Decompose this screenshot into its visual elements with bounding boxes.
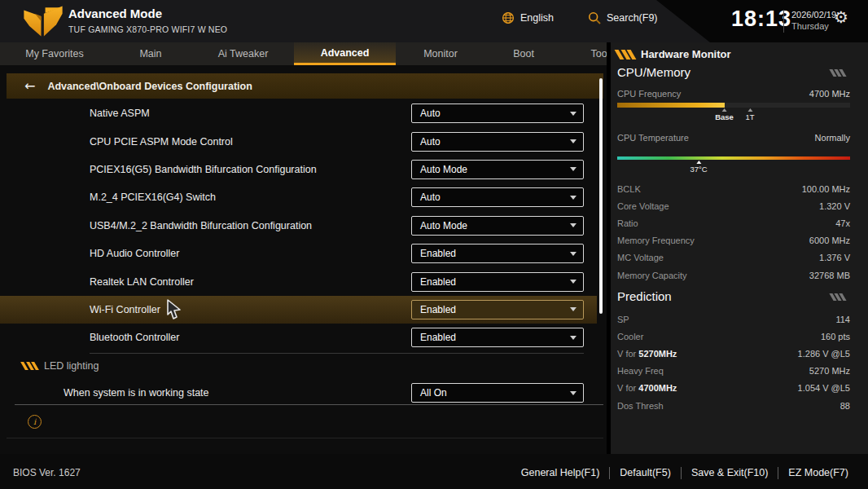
- chevron-down-icon: [570, 167, 576, 171]
- dropdown-m2-4-switch[interactable]: Auto: [411, 187, 584, 207]
- section-divider: [90, 353, 584, 354]
- general-help-button[interactable]: General Help(F1): [521, 467, 600, 478]
- setting-row-hd-audio[interactable]: HD Audio Controller Enabled: [0, 240, 607, 267]
- setting-row-led-working-state[interactable]: When system is in working state All On: [0, 379, 607, 407]
- dropdown-value: Enabled: [420, 276, 456, 288]
- stat-row-core-voltage: Core Voltage 1.320 V: [617, 197, 850, 214]
- dropdown-bluetooth[interactable]: Enabled: [411, 328, 584, 347]
- setting-row-wifi[interactable]: Wi-Fi Controller Enabled: [0, 296, 597, 324]
- save-exit-button[interactable]: Save & Exit(F10): [691, 467, 768, 478]
- dropdown-value: Enabled: [420, 332, 456, 343]
- prediction-title: Prediction: [617, 289, 672, 303]
- dropdown-value: Auto Mode: [420, 220, 467, 231]
- setting-row-m2-4-switch[interactable]: M.2_4 PCIEX16(G4) Switch Auto: [0, 183, 607, 211]
- clock-time: 18:13: [731, 7, 791, 32]
- setting-row-usb4-bifurcation[interactable]: USB4/M.2_2 Bandwidth Bifurcation Configu…: [0, 212, 607, 240]
- mouse-cursor: [165, 299, 183, 320]
- cpu-temperature-value: Normally: [815, 133, 850, 143]
- breadcrumb[interactable]: ← Advanced\Onboard Devices Configuration: [7, 73, 603, 99]
- chevron-down-icon: [570, 223, 576, 227]
- mode-title: Advanced Mode: [68, 7, 162, 20]
- hazard-stripes-icon: [23, 362, 37, 370]
- ez-mode-button[interactable]: EZ Mode(F7): [788, 467, 848, 478]
- tab-advanced[interactable]: Advanced: [294, 42, 396, 65]
- search-label: Search(F9): [607, 12, 658, 24]
- setting-row-native-aspm[interactable]: Native ASPM Auto: [0, 99, 607, 127]
- stat-row-memory-frequency: Memory Frequency 6000 MHz: [617, 232, 850, 249]
- base-marker: Base: [715, 108, 734, 121]
- stat-row-ratio: Ratio 47x: [617, 214, 850, 231]
- dropdown-cpu-pcie-aspm[interactable]: Auto: [411, 132, 584, 152]
- settings-list: Native ASPM Auto CPU PCIE ASPM Mode Cont…: [0, 99, 607, 352]
- stat-row-bclk: BCLK 100.00 MHz: [617, 180, 850, 197]
- tab-tool[interactable]: Tool: [562, 42, 607, 65]
- setting-row-realtek-lan[interactable]: Realtek LAN Controller Enabled: [0, 267, 607, 295]
- chevron-down-icon: [570, 112, 576, 116]
- hardware-monitor-panel: Hardware Monitor CPU/Memory CPU Frequenc…: [611, 42, 868, 454]
- tab-main[interactable]: Main: [109, 42, 192, 65]
- default-button[interactable]: Default(F5): [620, 467, 671, 478]
- chevron-down-icon: [570, 336, 576, 340]
- search-button[interactable]: Search(F9): [588, 11, 658, 24]
- footer-bar: BIOS Ver. 1627 General Help(F1) Default(…: [0, 454, 868, 489]
- footer-separator: [681, 467, 682, 479]
- dropdown-usb4-bifurcation[interactable]: Auto Mode: [411, 216, 584, 236]
- hardware-monitor-header: Hardware Monitor: [617, 48, 731, 60]
- search-icon: [588, 11, 601, 24]
- footer-actions: General Help(F1) Default(F5) Save & Exit…: [521, 454, 848, 489]
- setting-label: When system is in working state: [64, 387, 209, 399]
- setting-label: USB4/M.2_2 Bandwidth Bifurcation Configu…: [90, 220, 312, 231]
- marker-triangle-icon: [747, 108, 752, 112]
- led-section-title: LED lighting: [44, 360, 99, 372]
- hardware-monitor-title: Hardware Monitor: [641, 48, 731, 60]
- footer-separator: [778, 467, 778, 479]
- setting-label: Native ASPM: [90, 108, 150, 119]
- bios-version: BIOS Ver. 1627: [13, 467, 81, 478]
- cpu-temperature-bar: 37°C: [617, 156, 850, 160]
- setting-label: PCIEX16(G5) Bandwidth Bifurcation Config…: [90, 164, 317, 175]
- stat-row-v-for-4700: V for 4700MHz 1.054 V @L5: [617, 380, 850, 397]
- one-t-marker: 1T: [745, 108, 754, 121]
- corner-stripes-icon: [831, 293, 844, 301]
- clock-weekday: Thursday: [791, 21, 829, 31]
- dropdown-led-working-state[interactable]: All On: [411, 383, 584, 403]
- stat-row-memory-capacity: Memory Capacity 32768 MB: [617, 267, 850, 284]
- chevron-down-icon: [570, 252, 576, 256]
- cpu-memory-stats: BCLK 100.00 MHz Core Voltage 1.320 V Rat…: [617, 180, 850, 284]
- led-section-header: LED lighting: [23, 359, 99, 373]
- dropdown-pciex16-bifurcation[interactable]: Auto Mode: [411, 160, 584, 179]
- chevron-down-icon: [570, 391, 576, 395]
- dropdown-realtek-lan[interactable]: Enabled: [411, 272, 584, 292]
- gear-icon[interactable]: ⚙: [834, 9, 848, 25]
- tab-monitor[interactable]: Monitor: [396, 42, 485, 65]
- dropdown-value: Enabled: [420, 248, 456, 259]
- cpu-memory-title: CPU/Memory: [617, 65, 690, 79]
- stat-row-mc-voltage: MC Voltage 1.376 V: [617, 249, 850, 267]
- setting-row-cpu-pcie-aspm[interactable]: CPU PCIE ASPM Mode Control Auto: [0, 127, 607, 155]
- setting-row-bluetooth[interactable]: Bluetooth Controller Enabled: [0, 324, 607, 351]
- cpu-temperature-row: CPU Temperature Normally: [617, 133, 850, 143]
- dropdown-value: Auto: [420, 136, 441, 148]
- dropdown-native-aspm[interactable]: Auto: [411, 104, 584, 123]
- hazard-stripes-icon: [617, 50, 633, 59]
- setting-row-pciex16-bifurcation[interactable]: PCIEX16(G5) Bandwidth Bifurcation Config…: [0, 156, 607, 183]
- footer-separator: [609, 467, 610, 479]
- tab-my-favorites[interactable]: My Favorites: [0, 42, 109, 65]
- dropdown-hd-audio[interactable]: Enabled: [411, 244, 584, 263]
- stat-row-v-for-5270: V for 5270MHz 1.286 V @L5: [617, 345, 850, 362]
- temperature-marker: 37°C: [690, 161, 707, 174]
- dropdown-wifi[interactable]: Enabled: [411, 300, 584, 319]
- tab-ai-tweaker[interactable]: Ai Tweaker: [192, 42, 294, 65]
- cpu-frequency-row: CPU Frequency 4700 MHz: [617, 89, 850, 99]
- back-arrow-icon[interactable]: ←: [24, 78, 35, 94]
- setting-label: Bluetooth Controller: [90, 332, 179, 343]
- tuf-logo: [21, 4, 65, 38]
- language-selector[interactable]: English: [502, 11, 554, 24]
- info-icon: i: [28, 415, 42, 429]
- corner-stripes-icon: [831, 69, 844, 77]
- scrollbar-thumb[interactable]: [599, 78, 603, 314]
- tab-boot[interactable]: Boot: [485, 42, 562, 65]
- settings-panel: ← Advanced\Onboard Devices Configuration…: [0, 65, 607, 454]
- cpu-frequency-value: 4700 MHz: [809, 89, 850, 99]
- clock-divider: [783, 10, 784, 33]
